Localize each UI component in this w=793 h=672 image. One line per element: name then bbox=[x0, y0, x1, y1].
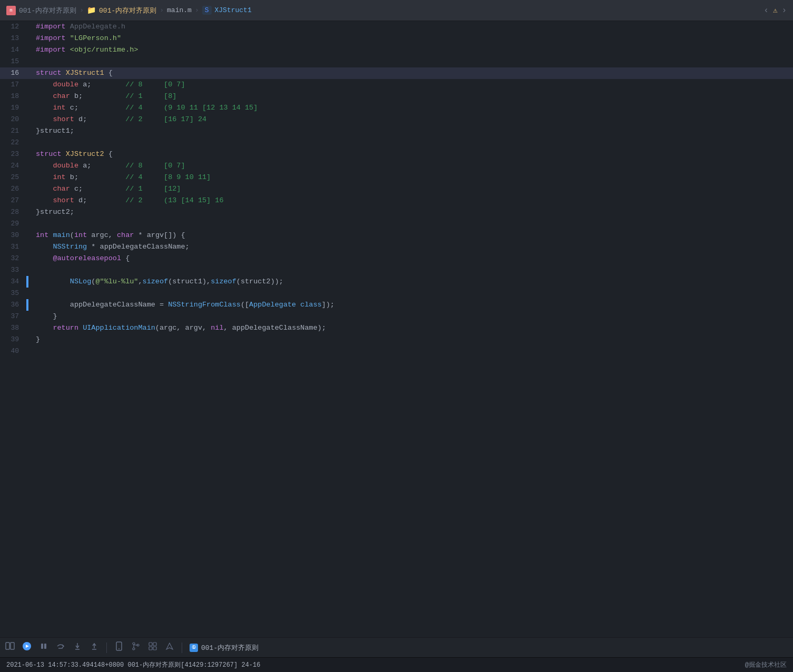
code-line: 23 struct XJStruct2 { bbox=[0, 149, 793, 160]
svg-rect-0 bbox=[6, 643, 9, 649]
step-over-icon[interactable] bbox=[56, 641, 65, 654]
toolbar-project: ① 001-内存对齐原则 bbox=[190, 643, 259, 653]
code-line: 28 }struct2; bbox=[0, 206, 793, 218]
code-line: 15 bbox=[0, 56, 793, 67]
branch-icon[interactable] bbox=[131, 641, 141, 654]
code-line: 27 short d; // 2 (13 [14 15] 16 bbox=[0, 195, 793, 206]
toolbar-sep2 bbox=[182, 643, 182, 653]
code-line: 22 bbox=[0, 137, 793, 149]
titlebar: m 001-内存对齐原则 › 📁 001-内存对齐原则 › main.m › S… bbox=[0, 0, 793, 21]
code-line: 17 double a; // 8 [0 7] bbox=[0, 79, 793, 91]
nav-back[interactable]: ‹ bbox=[764, 6, 769, 15]
breadcrumb-folder2: 001-内存对齐原则 bbox=[99, 6, 156, 15]
code-line: 20 short d; // 2 [16 17] 24 bbox=[0, 114, 793, 125]
svg-point-14 bbox=[133, 648, 135, 650]
project-name: 001-内存对齐原则 bbox=[201, 643, 259, 653]
sep3: › bbox=[195, 6, 199, 14]
code-line: 26 char c; // 1 [12] bbox=[0, 183, 793, 195]
nav-forward[interactable]: › bbox=[781, 6, 787, 15]
svg-point-12 bbox=[118, 648, 120, 649]
code-line: 18 char b; // 1 [8] bbox=[0, 91, 793, 102]
code-line: 36 appDelegateClassName = NSStringFromCl… bbox=[0, 299, 793, 311]
code-line: 29 bbox=[0, 218, 793, 230]
code-line: 30 int main(int argc, char * argv[]) { bbox=[0, 230, 793, 241]
statusbar-text: 2021-06-13 14:57:33.494148+0800 001-内存对齐… bbox=[6, 660, 260, 669]
editor: 12 #import AppDelegate.h 13 #import "LGP… bbox=[0, 21, 793, 637]
layout-icon[interactable] bbox=[148, 641, 157, 654]
step-out-icon[interactable] bbox=[90, 641, 99, 654]
pause-icon[interactable] bbox=[39, 641, 48, 654]
folder-icon: 📁 bbox=[87, 6, 96, 15]
code-line: 37 } bbox=[0, 311, 793, 322]
code-line: 32 @autoreleasepool { bbox=[0, 253, 793, 264]
statusbar: 2021-06-13 14:57:33.494148+0800 001-内存对齐… bbox=[0, 657, 793, 672]
code-line: 21 }struct1; bbox=[0, 125, 793, 137]
code-line: 24 double a; // 8 [0 7] bbox=[0, 160, 793, 172]
breadcrumb-symbol: XJStruct1 bbox=[215, 6, 252, 14]
toolbar-sep bbox=[106, 643, 107, 653]
run-icon[interactable] bbox=[22, 641, 32, 654]
svg-rect-1 bbox=[11, 643, 14, 649]
code-line: 33 bbox=[0, 264, 793, 276]
svg-rect-4 bbox=[41, 644, 43, 649]
code-area[interactable]: 12 #import AppDelegate.h 13 #import "LGP… bbox=[0, 21, 793, 637]
code-line: 14 #import <objc/runtime.h> bbox=[0, 44, 793, 56]
code-line: 39 } bbox=[0, 334, 793, 345]
navigator-icon[interactable] bbox=[165, 641, 174, 654]
titlebar-right: ‹ ⚠ › bbox=[764, 6, 787, 15]
code-line: 13 #import "LGPerson.h" bbox=[0, 33, 793, 44]
code-line: 34 NSLog(@"%lu-%lu",sizeof(struct1),size… bbox=[0, 276, 793, 288]
device-icon[interactable] bbox=[114, 641, 124, 654]
svg-rect-18 bbox=[153, 643, 156, 646]
code-line: 40 bbox=[0, 345, 793, 357]
statusbar-credit: @掘金技术社区 bbox=[745, 660, 787, 669]
split-view-icon[interactable] bbox=[5, 641, 15, 654]
code-line: 12 #import AppDelegate.h bbox=[0, 21, 793, 33]
svg-rect-17 bbox=[149, 643, 152, 646]
breadcrumb-folder1: 001-内存对齐原则 bbox=[19, 6, 76, 15]
file-icon: m bbox=[6, 6, 16, 15]
svg-rect-5 bbox=[44, 644, 46, 649]
svg-rect-20 bbox=[153, 647, 156, 650]
svg-marker-21 bbox=[166, 643, 173, 649]
code-line-active: 16 struct XJStruct1 { bbox=[0, 67, 793, 79]
sep2: › bbox=[160, 6, 164, 14]
symbol-icon: S bbox=[202, 6, 212, 15]
step-into-icon[interactable] bbox=[73, 641, 82, 654]
code-line: 25 int b; // 4 [8 9 10 11] bbox=[0, 172, 793, 183]
breadcrumb-file: main.m bbox=[167, 6, 192, 14]
sep1: › bbox=[80, 6, 84, 14]
svg-point-13 bbox=[133, 643, 135, 645]
code-line: 38 return UIApplicationMain(argc, argv, … bbox=[0, 322, 793, 334]
warning-icon: ⚠ bbox=[773, 6, 777, 15]
project-icon: ① bbox=[190, 644, 198, 652]
svg-rect-19 bbox=[149, 647, 152, 650]
breadcrumb: m 001-内存对齐原则 › 📁 001-内存对齐原则 › main.m › S… bbox=[6, 6, 764, 15]
code-line: 35 bbox=[0, 288, 793, 299]
toolbar: ① 001-内存对齐原则 bbox=[0, 637, 793, 657]
code-line: 19 int c; // 4 (9 10 11 [12 13 14 15] bbox=[0, 102, 793, 114]
code-line: 31 NSString * appDelegateClassName; bbox=[0, 241, 793, 253]
